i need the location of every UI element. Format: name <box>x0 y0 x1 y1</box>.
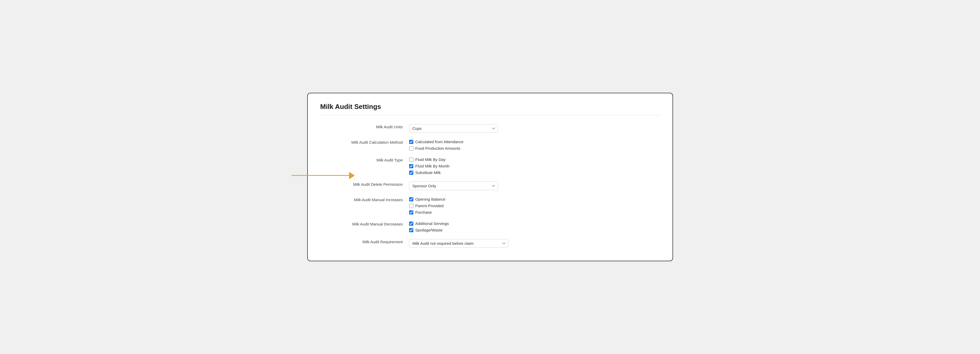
milk-audit-delete-permission-control: Sponsor Only Site All <box>409 179 660 193</box>
milk-audit-units-select[interactable]: Cups Ounces Liters <box>409 124 498 133</box>
milk-audit-delete-permission-select[interactable]: Sponsor Only Site All <box>409 182 498 190</box>
milk-audit-requirement-label: Milk Audit Requirement <box>320 237 409 250</box>
food-production-amounts-row: Food Production Amounts <box>409 146 660 151</box>
milk-audit-manual-increases-label: Milk Audit Manual Increases <box>320 194 409 217</box>
milk-audit-units-control: Cups Ounces Liters <box>409 121 660 135</box>
milk-audit-requirement-row: Milk Audit Requirement Milk Audit not re… <box>320 237 660 250</box>
food-production-amounts-label[interactable]: Food Production Amounts <box>415 146 461 151</box>
additional-servings-row: Additional Servings <box>409 221 660 226</box>
arrow-head <box>349 172 355 179</box>
milk-audit-manual-increases-row: Milk Audit Manual Increases Opening Bala… <box>320 194 660 217</box>
milk-audit-settings-card: Milk Audit Settings Milk Audit Units Cup… <box>307 93 673 261</box>
settings-form: Milk Audit Units Cups Ounces Liters Milk… <box>320 121 660 250</box>
page-title: Milk Audit Settings <box>320 103 660 115</box>
food-production-amounts-checkbox[interactable] <box>409 146 413 151</box>
fluid-milk-by-month-checkbox[interactable] <box>409 164 413 168</box>
opening-balance-row: Opening Balance <box>409 197 660 202</box>
substitute-milk-label[interactable]: Substitute Milk <box>415 170 441 175</box>
milk-audit-calculation-method-row: Milk Audit Calculation Method Calculated… <box>320 137 660 153</box>
milk-audit-type-control: Fluid Milk By Day Fluid Milk By Month Su… <box>409 155 660 178</box>
arrow <box>291 172 355 179</box>
milk-audit-requirement-select[interactable]: Milk Audit not required before claim Mil… <box>409 239 508 248</box>
calculated-from-attendance-checkbox[interactable] <box>409 140 413 144</box>
calculated-from-attendance-label[interactable]: Calculated from Attendance <box>415 140 463 144</box>
substitute-milk-checkbox[interactable] <box>409 171 413 175</box>
fluid-milk-by-month-row: Fluid Milk By Month <box>409 164 660 168</box>
milk-audit-manual-increases-control: Opening Balance Parent-Provided Purchase <box>409 194 660 217</box>
milk-audit-manual-decreases-control: Additional Servings Spoilage/Waste <box>409 219 660 235</box>
purchase-checkbox[interactable] <box>409 210 413 214</box>
page-wrapper: Milk Audit Settings Milk Audit Units Cup… <box>307 93 673 261</box>
additional-servings-label[interactable]: Additional Servings <box>415 221 449 226</box>
opening-balance-label[interactable]: Opening Balance <box>415 197 445 202</box>
milk-audit-manual-decreases-row: Milk Audit Manual Decreases Additional S… <box>320 219 660 235</box>
fluid-milk-by-day-checkbox[interactable] <box>409 157 413 162</box>
additional-servings-checkbox[interactable] <box>409 222 413 226</box>
substitute-milk-row: Substitute Milk <box>409 170 660 175</box>
calculated-from-attendance-row: Calculated from Attendance <box>409 140 660 144</box>
purchase-label[interactable]: Purchase <box>415 210 432 214</box>
arrow-line <box>291 175 349 176</box>
milk-audit-requirement-control: Milk Audit not required before claim Mil… <box>409 237 660 250</box>
milk-audit-units-label: Milk Audit Units <box>320 121 409 135</box>
fluid-milk-by-month-label[interactable]: Fluid Milk By Month <box>415 164 450 168</box>
spoilage-waste-checkbox[interactable] <box>409 228 413 232</box>
fluid-milk-by-day-row: Fluid Milk By Day <box>409 157 660 162</box>
spoilage-waste-label[interactable]: Spoilage/Waste <box>415 228 443 232</box>
opening-balance-checkbox[interactable] <box>409 197 413 202</box>
milk-audit-units-row: Milk Audit Units Cups Ounces Liters <box>320 121 660 135</box>
parent-provided-checkbox[interactable] <box>409 204 413 208</box>
milk-audit-calculation-method-label: Milk Audit Calculation Method <box>320 137 409 153</box>
fluid-milk-by-day-label[interactable]: Fluid Milk By Day <box>415 157 446 162</box>
milk-audit-manual-decreases-label: Milk Audit Manual Decreases <box>320 219 409 235</box>
milk-audit-type-row: Milk Audit Type Fluid Milk By Day Fluid … <box>320 155 660 178</box>
parent-provided-row: Parent-Provided <box>409 203 660 208</box>
spoilage-waste-row: Spoilage/Waste <box>409 228 660 232</box>
milk-audit-delete-permission-row: Milk Audit Delete Permission Sponsor Onl… <box>320 179 660 193</box>
purchase-row: Purchase <box>409 210 660 214</box>
milk-audit-calculation-method-control: Calculated from Attendance Food Producti… <box>409 137 660 153</box>
parent-provided-label[interactable]: Parent-Provided <box>415 203 444 208</box>
milk-audit-delete-permission-label: Milk Audit Delete Permission <box>320 179 409 193</box>
